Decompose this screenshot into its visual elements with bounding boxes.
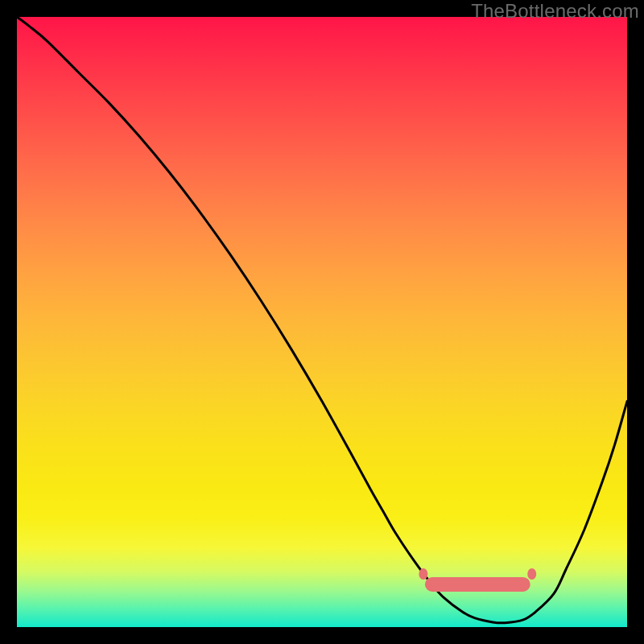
chart-frame: TheBottleneck.com <box>0 0 644 644</box>
bottleneck-curve <box>17 17 627 623</box>
chart-svg <box>17 17 627 627</box>
svg-point-2 <box>527 568 536 580</box>
svg-rect-0 <box>426 578 530 591</box>
optimal-band <box>419 568 536 591</box>
chart-plot-area <box>17 17 627 627</box>
svg-point-1 <box>419 568 427 580</box>
